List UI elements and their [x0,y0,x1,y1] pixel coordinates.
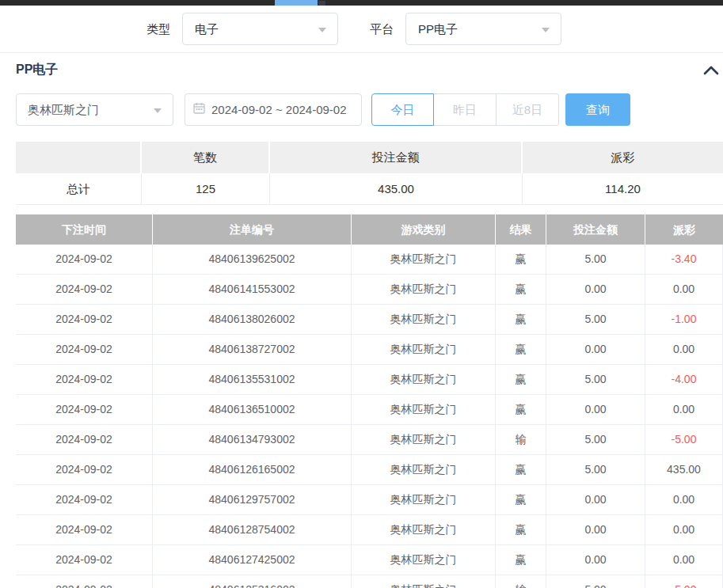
bet-table: 下注时间 注单编号 游戏类别 结果 投注金额 派彩 2024-09-02 484… [16,214,723,588]
cell-result: 赢 [496,245,546,275]
platform-label: 平台 [370,13,394,45]
header-payout: 派彩 [645,214,723,245]
cell-bet-amount: 5.00 [546,305,645,335]
cell-payout: -1.00 [645,305,723,335]
tab-close-icon[interactable] [318,1,325,6]
last8days-button[interactable]: 近8日 [497,93,559,126]
game-select-value: 奥林匹斯之门 [28,103,99,116]
cell-order-id: 48406128754002 [153,515,352,545]
summary-total-bet-amount: 435.00 [270,173,523,205]
cell-result: 赢 [496,545,546,575]
search-button[interactable]: 查询 [565,93,630,126]
table-row: 2024-09-02 48406136510002 奥林匹斯之门 赢 0.00 … [16,395,723,425]
cell-bet-time: 2024-09-02 [16,455,153,485]
cell-bet-time: 2024-09-02 [16,305,153,335]
bet-table-header-row: 下注时间 注单编号 游戏类别 结果 投注金额 派彩 [16,214,723,245]
cell-result: 赢 [496,335,546,365]
browser-tab-strip [0,0,723,6]
cell-result: 输 [496,575,546,588]
cell-game-category: 奥林匹斯之门 [352,485,496,515]
type-label: 类型 [147,13,170,45]
cell-game-category: 奥林匹斯之门 [352,455,496,485]
cell-payout: 0.00 [645,395,723,425]
cell-order-id: 48406129757002 [153,485,352,515]
table-row: 2024-09-02 48406125316002 奥林匹斯之门 输 5.00 … [16,575,723,588]
table-row: 2024-09-02 48406129757002 奥林匹斯之门 赢 0.00 … [16,485,723,515]
header-result: 结果 [496,214,546,245]
header-bet-time: 下注时间 [16,214,153,245]
cell-order-id: 48406125316002 [153,575,352,588]
type-select[interactable]: 电子 [182,13,338,45]
type-select-value: 电子 [195,22,219,36]
cell-result: 赢 [496,365,546,395]
cell-result: 输 [496,425,546,455]
cell-order-id: 48406134793002 [153,425,352,455]
chevron-down-icon [542,28,550,32]
cell-bet-amount: 0.00 [546,545,645,575]
cell-result: 赢 [496,395,546,425]
cell-game-category: 奥林匹斯之门 [352,245,496,275]
active-tab-indicator[interactable] [275,0,318,6]
page: 类型 电子 平台 PP电子 PP电子 奥林匹斯之门 [0,0,723,588]
platform-select-value: PP电子 [418,22,458,36]
today-button[interactable]: 今日 [371,93,434,126]
cell-game-category: 奥林匹斯之门 [352,305,496,335]
summary-total-row: 总计 125 435.00 114.20 [16,173,723,205]
table-row: 2024-09-02 48406127425002 奥林匹斯之门 赢 0.00 … [16,545,723,575]
cell-payout: -3.40 [645,245,723,275]
cell-order-id: 48406138026002 [153,305,352,335]
cell-bet-amount: 5.00 [546,245,645,275]
cell-payout: -5.00 [645,425,723,455]
cell-order-id: 48406139625002 [153,245,352,275]
cell-payout: 0.00 [645,485,723,515]
summary-header-bet-amount: 投注金额 [270,142,523,173]
cell-game-category: 奥林匹斯之门 [352,425,496,455]
cell-bet-amount: 0.00 [546,395,645,425]
cell-order-id: 48406138727002 [153,335,352,365]
cell-bet-amount: 0.00 [546,335,645,365]
cell-game-category: 奥林匹斯之门 [352,365,496,395]
summary-header-row: 笔数 投注金额 派彩 [16,142,723,173]
cell-payout: -4.00 [645,365,723,395]
table-row: 2024-09-02 48406138727002 奥林匹斯之门 赢 0.00 … [16,335,723,365]
summary-table: 笔数 投注金额 派彩 总计 125 435.00 114.20 [16,142,723,205]
date-range-value: 2024-09-02 ~ 2024-09-02 [211,103,347,116]
cell-game-category: 奥林匹斯之门 [352,395,496,425]
section-title: PP电子 [16,62,58,78]
cell-result: 赢 [496,305,546,335]
cell-order-id: 48406126165002 [153,455,352,485]
cell-payout: 0.00 [645,335,723,365]
game-select[interactable]: 奥林匹斯之门 [16,93,173,126]
cell-result: 赢 [496,485,546,515]
table-row: 2024-09-02 48406135531002 奥林匹斯之门 赢 5.00 … [16,365,723,395]
chevron-down-icon [154,108,162,113]
table-row: 2024-09-02 48406128754002 奥林匹斯之门 赢 0.00 … [16,515,723,545]
table-row: 2024-09-02 48406139625002 奥林匹斯之门 赢 5.00 … [16,245,723,275]
header-bet-amount: 投注金额 [546,214,645,245]
quick-date-button-group: 今日 昨日 近8日 [371,93,559,126]
cell-order-id: 48406136510002 [153,395,352,425]
cell-bet-amount: 5.00 [546,575,645,588]
date-range-input[interactable]: 2024-09-02 ~ 2024-09-02 [185,93,362,126]
cell-bet-time: 2024-09-02 [16,515,153,545]
cell-result: 赢 [496,455,546,485]
cell-result: 赢 [496,275,546,305]
cell-game-category: 奥林匹斯之门 [352,275,496,305]
table-row: 2024-09-02 48406138026002 奥林匹斯之门 赢 5.00 … [16,305,723,335]
cell-game-category: 奥林匹斯之门 [352,335,496,365]
chevron-down-icon [318,28,326,32]
platform-select[interactable]: PP电子 [405,13,561,45]
cell-bet-amount: 0.00 [546,485,645,515]
cell-payout: 435.00 [645,455,723,485]
chevron-up-icon[interactable] [702,63,721,78]
cell-payout: -5.00 [645,575,723,588]
summary-total-payout: 114.20 [523,173,723,205]
filter-row-primary: 类型 电子 平台 PP电子 [0,13,723,45]
bet-table-body: 2024-09-02 48406139625002 奥林匹斯之门 赢 5.00 … [16,245,723,588]
cell-bet-amount: 0.00 [546,275,645,305]
yesterday-button[interactable]: 昨日 [434,93,497,126]
cell-bet-time: 2024-09-02 [16,365,153,395]
cell-payout: 0.00 [645,545,723,575]
cell-bet-time: 2024-09-02 [16,485,153,515]
cell-game-category: 奥林匹斯之门 [352,545,496,575]
